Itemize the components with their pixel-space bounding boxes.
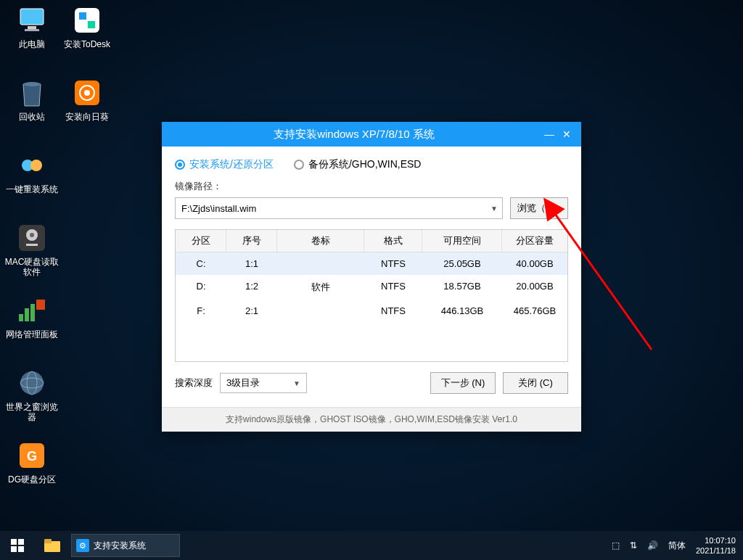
th-index: 序号 bbox=[226, 230, 277, 252]
volume-icon[interactable]: 🔊 bbox=[647, 540, 658, 551]
svg-rect-27 bbox=[18, 546, 24, 552]
minimize-button[interactable]: — bbox=[541, 125, 558, 143]
svg-rect-16 bbox=[30, 304, 35, 321]
gear-icon: ⚙ bbox=[76, 539, 89, 552]
svg-point-18 bbox=[20, 371, 44, 395]
clock-time: 10:07:10 bbox=[696, 535, 736, 545]
system-tray: ⬚ ⇅ 🔊 简体 10:07:10 2021/11/18 bbox=[612, 535, 743, 556]
partition-table: 分区 序号 卷标 格式 可用空间 分区容量 C:1:1NTFS25.05GB40… bbox=[175, 229, 568, 362]
radio-backup-label: 备份系统/GHO,WIN,ESD bbox=[308, 158, 422, 171]
svg-point-4 bbox=[23, 82, 41, 86]
desktop-icon[interactable]: 安装ToDesk bbox=[59, 4, 115, 49]
dialog-footer: 支持windows原版镜像，GHOST ISO镜像，GHO,WIM,ESD镜像安… bbox=[162, 407, 581, 432]
icon-label: 安装向日葵 bbox=[59, 112, 115, 122]
desktop-icon[interactable]: GDG硬盘分区 bbox=[4, 440, 59, 485]
titlebar[interactable]: 支持安装windows XP/7/8/10 系统 — ✕ bbox=[162, 122, 581, 147]
installer-dialog: 支持安装windows XP/7/8/10 系统 — ✕ 安装系统/还原分区 备… bbox=[162, 122, 581, 432]
radio-install[interactable]: 安装系统/还原分区 bbox=[175, 158, 274, 171]
svg-rect-14 bbox=[19, 314, 23, 321]
app-icon bbox=[71, 77, 103, 109]
svg-rect-0 bbox=[20, 9, 44, 25]
svg-rect-24 bbox=[11, 539, 17, 545]
task-label: 支持安装系统 bbox=[94, 540, 146, 552]
svg-text:G: G bbox=[27, 449, 37, 464]
svg-point-12 bbox=[30, 233, 34, 237]
depth-label: 搜索深度 bbox=[175, 376, 213, 390]
icon-label: DG硬盘分区 bbox=[4, 474, 59, 485]
radio-backup[interactable]: 备份系统/GHO,WIN,ESD bbox=[294, 158, 422, 171]
next-button[interactable]: 下一步 (N) bbox=[430, 372, 496, 394]
ime-indicator[interactable]: 简体 bbox=[668, 540, 686, 552]
svg-point-9 bbox=[30, 160, 42, 171]
th-partition: 分区 bbox=[176, 230, 226, 252]
svg-point-7 bbox=[84, 90, 90, 96]
taskbar-task-installer[interactable]: ⚙ 支持安装系统 bbox=[71, 534, 180, 557]
svg-rect-3 bbox=[75, 8, 99, 33]
close-dialog-button[interactable]: 关闭 (C) bbox=[503, 372, 568, 394]
icon-label: 世界之窗浏览器 bbox=[4, 402, 59, 422]
depth-select[interactable]: 3级目录 ▼ bbox=[220, 373, 307, 393]
icon-label: 一键重装系统 bbox=[4, 184, 59, 194]
table-row[interactable]: F:2:1NTFS446.13GB465.76GB bbox=[176, 300, 567, 322]
desktop-icon[interactable]: 此电脑 bbox=[4, 4, 59, 49]
start-button[interactable] bbox=[0, 531, 35, 560]
radio-icon bbox=[294, 160, 304, 170]
table-row[interactable]: C:1:1NTFS25.05GB40.00GB bbox=[176, 252, 567, 275]
usb-icon[interactable]: ⇅ bbox=[630, 540, 637, 551]
th-volume: 卷标 bbox=[277, 230, 364, 252]
radio-icon bbox=[175, 160, 185, 170]
file-explorer-icon[interactable] bbox=[35, 531, 70, 560]
close-button[interactable]: ✕ bbox=[558, 125, 575, 143]
th-format: 格式 bbox=[364, 230, 422, 252]
svg-rect-15 bbox=[25, 308, 29, 321]
network-icon[interactable]: ⬚ bbox=[612, 540, 620, 551]
th-capacity: 分区容量 bbox=[502, 230, 567, 252]
app-icon bbox=[16, 149, 48, 181]
icon-label: 回收站 bbox=[4, 112, 59, 122]
icon-label: 网络管理面板 bbox=[4, 329, 59, 339]
app-icon bbox=[71, 4, 103, 36]
svg-rect-2 bbox=[25, 29, 39, 31]
image-path-input[interactable]: F:\Zjds\install.wim ▼ bbox=[175, 197, 503, 219]
dropdown-icon[interactable]: ▼ bbox=[490, 205, 498, 213]
depth-value: 3级目录 bbox=[226, 376, 260, 390]
chevron-down-icon: ▼ bbox=[293, 379, 300, 387]
table-body: C:1:1NTFS25.05GB40.00GBD:1:2软件NTFS18.57G… bbox=[176, 252, 567, 361]
window-title: 支持安装windows XP/7/8/10 系统 bbox=[168, 128, 541, 141]
icon-label: 安装ToDesk bbox=[59, 39, 115, 49]
app-icon bbox=[16, 77, 48, 109]
app-icon bbox=[16, 295, 48, 326]
table-header: 分区 序号 卷标 格式 可用空间 分区容量 bbox=[176, 230, 567, 252]
svg-rect-13 bbox=[26, 244, 38, 246]
app-icon bbox=[16, 367, 48, 399]
bottom-row: 搜索深度 3级目录 ▼ 下一步 (N) 关闭 (C) bbox=[175, 372, 568, 394]
svg-rect-1 bbox=[28, 26, 36, 29]
app-icon bbox=[16, 222, 48, 254]
browse-button[interactable]: 浏览（B） bbox=[510, 197, 568, 219]
desktop-icon[interactable]: 安装向日葵 bbox=[59, 77, 115, 122]
path-row: F:\Zjds\install.wim ▼ 浏览（B） bbox=[175, 197, 568, 219]
svg-rect-26 bbox=[11, 546, 17, 552]
clock-date: 2021/11/18 bbox=[696, 545, 736, 556]
table-row[interactable]: D:1:2软件NTFS18.57GB20.00GB bbox=[176, 275, 567, 300]
taskbar: ⚙ 支持安装系统 ⬚ ⇅ 🔊 简体 10:07:10 2021/11/18 bbox=[0, 531, 743, 560]
desktop-icon[interactable]: 世界之窗浏览器 bbox=[4, 367, 59, 422]
icon-label: MAC硬盘读取软件 bbox=[4, 257, 59, 277]
svg-rect-29 bbox=[44, 539, 52, 543]
dialog-body: 安装系统/还原分区 备份系统/GHO,WIN,ESD 镜像路径： F:\Zjds… bbox=[162, 147, 581, 407]
svg-rect-17 bbox=[36, 300, 45, 310]
clock[interactable]: 10:07:10 2021/11/18 bbox=[696, 535, 736, 556]
desktop-icon[interactable]: MAC硬盘读取软件 bbox=[4, 222, 59, 277]
desktop-icon[interactable]: 一键重装系统 bbox=[4, 149, 59, 194]
desktop-icon[interactable]: 回收站 bbox=[4, 77, 59, 122]
svg-rect-25 bbox=[18, 539, 24, 545]
th-free: 可用空间 bbox=[422, 230, 502, 252]
image-path-value: F:\Zjds\install.wim bbox=[181, 203, 256, 214]
image-path-label: 镜像路径： bbox=[175, 180, 568, 193]
icon-label: 此电脑 bbox=[4, 39, 59, 49]
mode-radio-group: 安装系统/还原分区 备份系统/GHO,WIN,ESD bbox=[175, 158, 568, 171]
radio-install-label: 安装系统/还原分区 bbox=[189, 158, 274, 171]
desktop-icon[interactable]: 网络管理面板 bbox=[4, 295, 59, 339]
app-icon: G bbox=[16, 440, 48, 472]
app-icon bbox=[16, 4, 48, 36]
